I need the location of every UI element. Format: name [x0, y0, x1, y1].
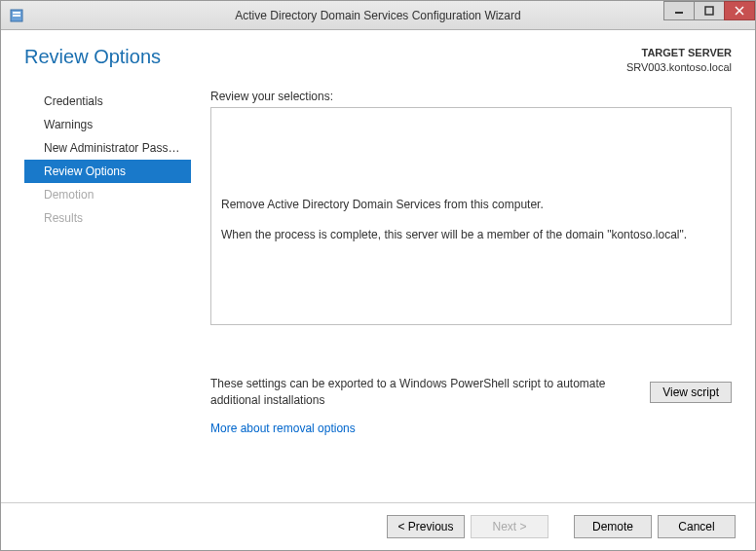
export-description: These settings can be exported to a Wind… — [210, 376, 638, 409]
svg-rect-2 — [13, 15, 20, 17]
previous-button[interactable]: < Previous — [387, 515, 465, 538]
close-button[interactable] — [724, 1, 755, 20]
target-server-name: SRV003.kontoso.local — [626, 60, 732, 75]
sidebar-item-warnings[interactable]: Warnings — [19, 113, 191, 136]
selection-text-line: Remove Active Directory Domain Services … — [221, 196, 721, 214]
window-controls — [664, 1, 755, 20]
titlebar: Active Directory Domain Services Configu… — [1, 1, 755, 30]
app-icon — [9, 8, 24, 23]
sidebar-item-credentials[interactable]: Credentials — [19, 90, 191, 113]
sidebar-item-results: Results — [19, 206, 191, 230]
svg-rect-1 — [13, 12, 20, 14]
minimize-button[interactable] — [663, 1, 695, 20]
maximize-button[interactable] — [694, 1, 725, 20]
export-row: These settings can be exported to a Wind… — [210, 376, 732, 409]
sidebar-item-review-options[interactable]: Review Options — [24, 160, 191, 183]
selection-text-line: When the process is complete, this serve… — [221, 226, 721, 244]
selections-textbox[interactable]: Remove Active Directory Domain Services … — [210, 107, 732, 325]
page-title: Review Options — [24, 46, 161, 68]
demote-button[interactable]: Demote — [574, 515, 652, 538]
svg-rect-4 — [705, 7, 713, 15]
more-about-link[interactable]: More about removal options — [210, 422, 732, 435]
footer: < Previous Next > Demote Cancel — [1, 502, 755, 550]
sidebar: Credentials Warnings New Administrator P… — [1, 90, 191, 493]
target-server-label: TARGET SERVER — [626, 46, 732, 60]
sidebar-item-demotion: Demotion — [19, 183, 191, 206]
target-server-info: TARGET SERVER SRV003.kontoso.local — [626, 46, 732, 76]
selections-label: Review your selections: — [210, 90, 732, 103]
content: Credentials Warnings New Administrator P… — [1, 84, 755, 493]
view-script-button[interactable]: View script — [650, 382, 732, 403]
main-panel: Review your selections: Remove Active Di… — [191, 90, 755, 493]
cancel-button[interactable]: Cancel — [658, 515, 736, 538]
next-button: Next > — [471, 515, 548, 538]
header: Review Options TARGET SERVER SRV003.kont… — [1, 30, 755, 84]
sidebar-item-new-admin-password[interactable]: New Administrator Passw... — [19, 136, 191, 160]
window-title: Active Directory Domain Services Configu… — [235, 9, 520, 22]
